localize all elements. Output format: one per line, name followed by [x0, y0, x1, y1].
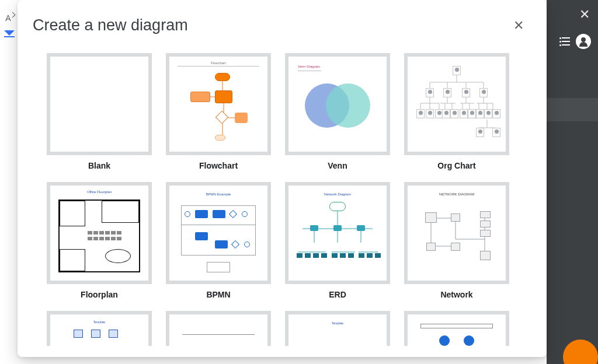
template-partial-4[interactable] [404, 311, 509, 346]
template-label: Network [404, 290, 509, 299]
modal-close-icon[interactable]: ✕ [510, 18, 527, 34]
template-label: Venn [285, 161, 390, 170]
template-orgchart[interactable]: Org Chart [404, 53, 509, 170]
svg-point-3 [326, 83, 370, 128]
template-flowchart[interactable]: Flowchart Flowchart [166, 53, 271, 170]
template-partial-thumb [404, 311, 509, 346]
template-label: Flowchart [166, 161, 271, 170]
template-blank[interactable]: Blank [47, 53, 152, 170]
template-floorplan-thumb: Office Floorplan [47, 182, 152, 284]
template-label: ERD [285, 290, 390, 299]
template-erd-thumb: Network Diagram [285, 182, 390, 284]
svg-rect-1 [4, 36, 15, 37]
template-flowchart-thumb: Flowchart [166, 53, 271, 155]
template-floorplan[interactable]: Office Floorplan Floorplan [47, 182, 152, 299]
template-venn[interactable]: Venn Diagram Venn [285, 53, 390, 170]
shape-dropdown-icon[interactable] [4, 30, 12, 36]
modal-title: Create a new diagram [33, 16, 188, 34]
template-list: Blank Flowchart Flowchart [18, 39, 547, 357]
left-toolbar: A [0, 0, 16, 364]
template-partial-thumb: Template [47, 311, 152, 346]
template-partial-3[interactable]: Template [285, 311, 390, 346]
template-network-thumb: NETWORK DIAGRAM [404, 182, 509, 284]
right-panel-tab[interactable] [547, 98, 598, 121]
svg-marker-0 [4, 30, 15, 36]
template-label: Org Chart [404, 161, 509, 170]
fab-button[interactable] [563, 340, 598, 364]
template-partial-thumb [166, 311, 271, 346]
create-diagram-modal: Create a new diagram ✕ Blank Flowchart [18, 0, 547, 357]
template-partial-2[interactable] [166, 311, 271, 346]
close-icon[interactable]: ✕ [579, 8, 590, 21]
template-partial-1[interactable]: Template [47, 311, 152, 346]
right-rail: ✕ [547, 0, 598, 364]
template-venn-thumb: Venn Diagram [285, 53, 390, 155]
list-icon[interactable] [559, 37, 570, 46]
template-blank-thumb [47, 53, 152, 155]
template-network[interactable]: NETWORK DIAGRAM Network [404, 182, 509, 299]
text-tool-icon[interactable]: A [5, 14, 11, 22]
template-label: Floorplan [47, 290, 152, 299]
account-icon[interactable] [576, 34, 591, 49]
template-label: Blank [47, 161, 152, 170]
modal-header: Create a new diagram ✕ [18, 0, 547, 39]
template-bpmn-thumb: BPMN Example [166, 182, 271, 284]
template-partial-thumb: Template [285, 311, 390, 346]
template-erd[interactable]: Network Diagram ERD [285, 182, 390, 299]
template-orgchart-thumb [404, 53, 509, 155]
template-label: BPMN [166, 290, 271, 299]
template-bpmn[interactable]: BPMN Example BPMN [166, 182, 271, 299]
